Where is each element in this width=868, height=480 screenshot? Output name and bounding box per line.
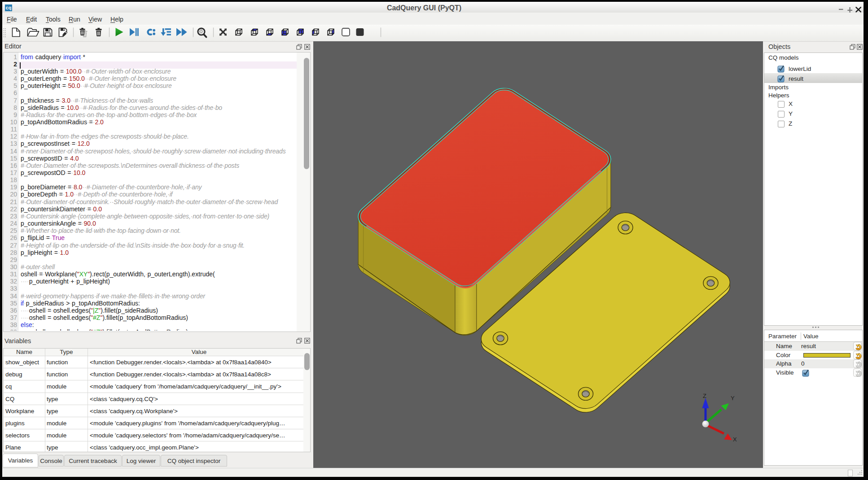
svg-text:X: X xyxy=(733,436,737,443)
svg-text:Y: Y xyxy=(731,395,735,401)
svg-text:Z: Z xyxy=(703,393,706,399)
